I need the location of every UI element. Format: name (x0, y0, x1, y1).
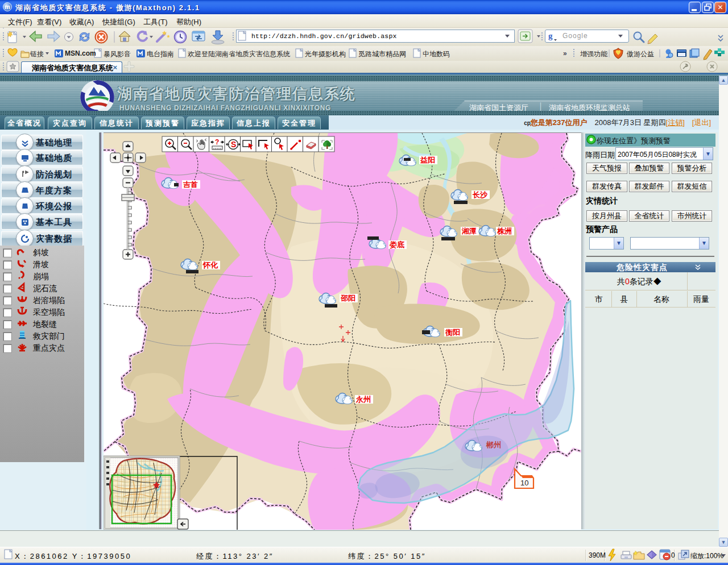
svg-text:郴州: 郴州 (486, 441, 501, 449)
svg-text:S: S (231, 140, 236, 149)
svg-text:长沙: 长沙 (472, 190, 488, 199)
svg-text:湘潭: 湘潭 (461, 227, 477, 235)
svg-text:永州: 永州 (355, 395, 371, 404)
svg-text:10: 10 (520, 479, 528, 487)
svg-text:衡阳: 衡阳 (445, 328, 460, 336)
svg-text:g: g (548, 31, 553, 40)
svg-text:怀化: 怀化 (202, 261, 218, 269)
svg-text:?: ? (215, 138, 219, 146)
svg-text:邵阳: 邵阳 (340, 294, 355, 302)
svg-text:益阳: 益阳 (420, 156, 435, 164)
svg-text:株洲: 株洲 (497, 227, 512, 235)
svg-text:娄底: 娄底 (389, 240, 404, 249)
svg-text:吉首: 吉首 (183, 180, 198, 189)
